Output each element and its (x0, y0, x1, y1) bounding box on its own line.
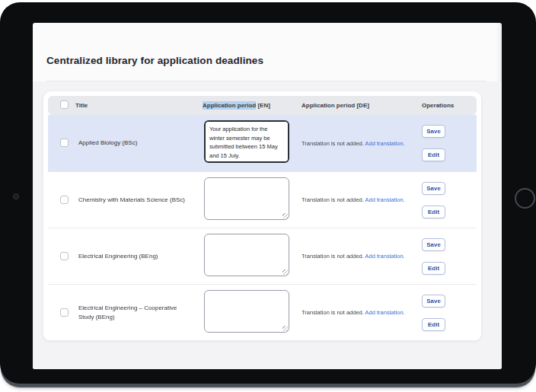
translation-status: Translation is not added. Add translatio… (296, 309, 413, 316)
table-row: Electrical Engineering – Cooperative Stu… (48, 284, 477, 340)
edit-button[interactable]: Edit (422, 262, 445, 275)
page-title: Centralized library for application dead… (46, 55, 263, 66)
translation-note: Translation is not added. (302, 309, 364, 316)
column-header-operations: Operations (413, 102, 477, 109)
column-header-title: Title (75, 102, 199, 109)
row-title: Electrical Engineering – Cooperative Stu… (75, 304, 199, 320)
select-all-checkbox[interactable] (60, 100, 69, 109)
add-translation-link[interactable]: Add translation. (365, 196, 405, 203)
page-body: Title Application period [EN] Applicatio… (33, 81, 502, 369)
application-period-en-textarea[interactable] (204, 177, 289, 220)
column-header-period-de: Application period [DE] (296, 102, 413, 109)
table-header-row: Title Application period [EN] Applicatio… (48, 96, 477, 115)
save-button[interactable]: Save (422, 295, 445, 308)
application-period-en-textarea[interactable] (204, 120, 289, 163)
column-header-period-en: Application period [EN] (199, 102, 296, 109)
edit-button[interactable]: Edit (422, 206, 445, 218)
row-title: Electrical Engineering (BEng) (75, 252, 199, 260)
row-title: Applied Biology (BSc) (75, 139, 199, 147)
application-period-en-textarea[interactable] (204, 234, 289, 276)
save-button[interactable]: Save (422, 238, 445, 251)
row-checkbox[interactable] (60, 139, 69, 147)
save-button[interactable]: Save (422, 182, 445, 195)
edit-button[interactable]: Edit (422, 318, 445, 331)
translation-note: Translation is not added. (302, 253, 364, 260)
camera-icon (13, 193, 19, 199)
translation-status: Translation is not added. Add translatio… (296, 140, 413, 147)
application-period-en-textarea[interactable] (204, 290, 289, 333)
translation-status: Translation is not added. Add translatio… (296, 253, 413, 260)
row-checkbox[interactable] (60, 308, 69, 317)
row-checkbox[interactable] (60, 252, 69, 260)
table-row: Chemistry with Materials Science (BSc) T… (48, 171, 477, 228)
row-checkbox[interactable] (60, 196, 69, 204)
tablet-frame: Centralized library for application dead… (0, 2, 536, 384)
add-translation-link[interactable]: Add translation. (365, 309, 405, 316)
edit-button[interactable]: Edit (422, 148, 445, 161)
home-button[interactable] (515, 188, 535, 209)
translation-note: Translation is not added. (302, 196, 364, 203)
translation-note: Translation is not added. (302, 140, 364, 147)
add-translation-link[interactable]: Add translation. (365, 140, 405, 147)
screen: Centralized library for application dead… (33, 23, 502, 369)
table-row: Electrical Engineering (BEng) Translatio… (48, 228, 477, 284)
selected-text-highlight: Application period (203, 101, 256, 110)
row-title: Chemistry with Materials Science (BSc) (75, 196, 199, 204)
save-button[interactable]: Save (422, 125, 445, 138)
add-translation-link[interactable]: Add translation. (365, 253, 405, 260)
deadlines-table-card: Title Application period [EN] Applicatio… (43, 91, 481, 340)
translation-status: Translation is not added. Add translatio… (296, 196, 413, 203)
table-rows: Applied Biology (BSc) Translation is not… (48, 115, 477, 340)
table-row: Applied Biology (BSc) Translation is not… (48, 115, 477, 171)
